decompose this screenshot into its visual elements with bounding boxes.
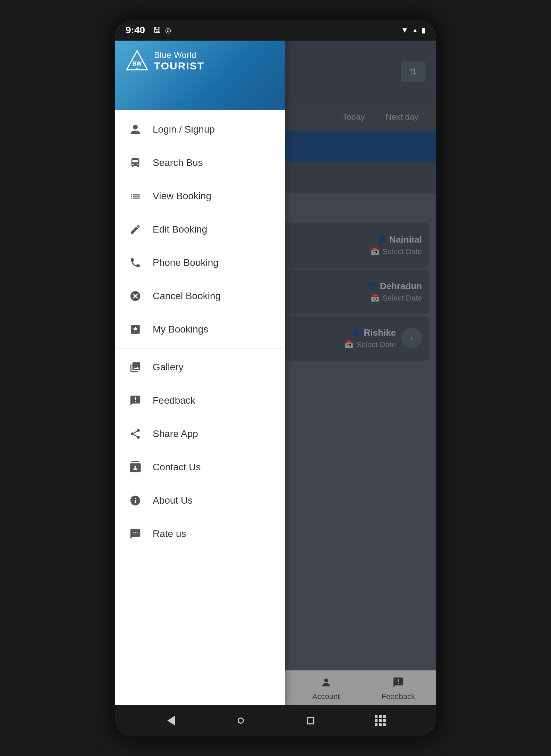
svg-text:T: T	[136, 68, 138, 72]
phone-icon	[128, 255, 143, 270]
menu-label-gallery: Gallery	[153, 362, 184, 373]
menu-divider	[115, 348, 285, 348]
tablet-screen: 9:40 🖫 ◎ ▼ ▲ ▮ ⇅ Today Next	[115, 20, 436, 736]
menu-item-cancel-booking[interactable]: Cancel Booking	[115, 279, 285, 313]
menu-item-share-app[interactable]: Share App	[115, 417, 285, 451]
svg-marker-1	[127, 51, 147, 70]
tablet-frame: 9:40 🖫 ◎ ▼ ▲ ▮ ⇅ Today Next	[112, 17, 439, 739]
system-nav	[115, 705, 436, 736]
menu-label-edit-booking: Edit Booking	[153, 224, 207, 235]
about-icon	[128, 493, 143, 508]
menu-item-my-bookings[interactable]: My Bookings	[115, 313, 285, 346]
menu-label-rate-us: Rate us	[153, 528, 186, 539]
location-icon: ◎	[165, 26, 171, 34]
menu-label-login: Login / Signup	[153, 124, 215, 135]
svg-text:BW: BW	[133, 61, 142, 67]
gallery-icon	[128, 360, 143, 375]
recents-button[interactable]	[302, 712, 319, 729]
menu-label-cancel-booking: Cancel Booking	[153, 291, 221, 302]
feedback-icon	[128, 393, 143, 408]
status-time: 9:40	[126, 25, 145, 36]
rate-icon	[128, 526, 143, 541]
home-button[interactable]	[232, 712, 249, 729]
logo-name: Blue World	[154, 50, 204, 60]
logo-area: BW T Blue World TOURIST	[125, 49, 204, 73]
edit-icon	[128, 222, 143, 237]
contact-icon	[128, 460, 143, 475]
logo-text: Blue World TOURIST	[154, 50, 204, 72]
battery-icon: ▮	[422, 26, 425, 34]
menu-item-gallery[interactable]: Gallery	[115, 351, 285, 384]
cancel-icon	[128, 288, 143, 304]
list-icon	[128, 188, 143, 204]
share-icon	[128, 426, 143, 442]
menu-label-view-booking: View Booking	[153, 191, 211, 202]
drawer-menu: Login / Signup Search Bus	[115, 110, 285, 705]
menu-label-feedback: Feedback	[153, 395, 195, 406]
person-icon	[128, 122, 143, 137]
main-content: ⇅ Today Next day BUSES AFE GUIDELINES ro…	[115, 41, 436, 705]
menu-label-about-us: About Us	[153, 495, 193, 506]
logo-subtitle: TOURIST	[154, 60, 204, 72]
drawer-header: BW T Blue World TOURIST	[115, 41, 285, 110]
signal-icon: ▲	[412, 27, 418, 34]
wifi-icon: ▼	[401, 26, 408, 35]
menu-label-phone-booking: Phone Booking	[153, 257, 219, 268]
menu-item-edit-booking[interactable]: Edit Booking	[115, 213, 285, 246]
back-button[interactable]	[162, 712, 180, 729]
menu-item-view-booking[interactable]: View Booking	[115, 179, 285, 213]
navigation-drawer: BW T Blue World TOURIST	[115, 41, 285, 705]
logo-icon: BW T	[125, 49, 149, 73]
menu-label-my-bookings: My Bookings	[153, 324, 208, 335]
menu-item-feedback[interactable]: Feedback	[115, 384, 285, 417]
grid-button[interactable]	[372, 712, 389, 729]
menu-label-share-app: Share App	[153, 428, 198, 439]
star-icon	[128, 322, 143, 337]
menu-item-about-us[interactable]: About Us	[115, 484, 285, 517]
bus-icon	[128, 155, 143, 170]
menu-label-contact-us: Contact Us	[153, 462, 201, 473]
menu-item-phone-booking[interactable]: Phone Booking	[115, 246, 285, 279]
menu-item-contact-us[interactable]: Contact Us	[115, 451, 285, 484]
menu-item-rate-us[interactable]: Rate us	[115, 517, 285, 551]
sim-icon: 🖫	[153, 26, 161, 35]
menu-item-search-bus[interactable]: Search Bus	[115, 146, 285, 179]
menu-item-login[interactable]: Login / Signup	[115, 113, 285, 146]
status-bar: 9:40 🖫 ◎ ▼ ▲ ▮	[115, 20, 436, 41]
menu-label-search-bus: Search Bus	[153, 157, 203, 168]
